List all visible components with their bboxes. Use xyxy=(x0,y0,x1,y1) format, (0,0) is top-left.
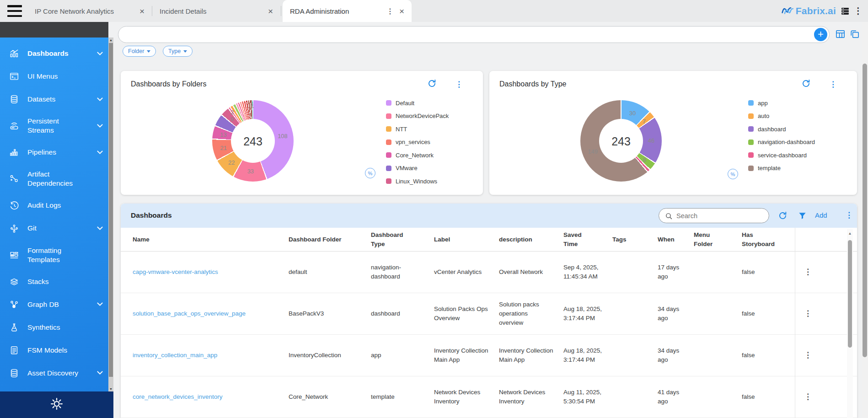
column-header[interactable]: Tags xyxy=(612,233,658,246)
sidebar-item-pipelines[interactable]: Pipelines xyxy=(0,141,108,164)
chevron-down-icon xyxy=(97,148,103,154)
column-header[interactable]: Name xyxy=(133,233,289,246)
slice-value-label: 33 xyxy=(247,167,254,174)
sidebar-item-synthetics[interactable]: Synthetics xyxy=(0,316,108,339)
scroll-up-icon[interactable]: ▲ xyxy=(847,229,853,236)
refresh-icon[interactable] xyxy=(427,79,437,90)
legend-item[interactable]: Core_Network xyxy=(386,152,449,158)
dependency-nodes-icon xyxy=(9,174,19,184)
sidebar-item-label: Graph DB xyxy=(27,300,59,309)
table-scrollbar[interactable]: ▲ xyxy=(847,229,853,418)
tab-rda-administration[interactable]: RDA Administration ⋮ × xyxy=(283,0,412,22)
dashboard-name-link[interactable]: core_network_devices_inventory xyxy=(133,392,289,402)
row-actions-kebab-icon[interactable]: ⋮ xyxy=(795,349,821,361)
refresh-icon[interactable] xyxy=(801,79,811,90)
dashboard-name-link[interactable]: solution_base_pack_ops_overview_page xyxy=(133,309,289,318)
column-header[interactable]: Dashboard Folder xyxy=(289,233,371,246)
topbar-menu-icon[interactable]: ⋮ xyxy=(854,5,863,16)
sidebar-item-git[interactable]: Git xyxy=(0,217,108,240)
sidebar-item-label: FSM Models xyxy=(27,346,67,355)
tab-label: IP Core Network Analytics xyxy=(35,7,134,15)
dashboard-name-link[interactable]: inventory_collection_main_app xyxy=(133,351,289,360)
scroll-up-icon[interactable]: ▲ xyxy=(108,38,113,42)
sidebar-scrollbar[interactable]: ▲ ▼ xyxy=(108,38,113,391)
row-actions-kebab-icon[interactable]: ⋮ xyxy=(795,391,821,403)
column-header[interactable]: When xyxy=(658,233,694,246)
legend-item[interactable]: VMware xyxy=(386,166,449,171)
sidebar-item-label: Audit Logs xyxy=(27,201,61,210)
flask-icon xyxy=(9,322,19,332)
legend-item[interactable]: Default xyxy=(386,100,449,106)
column-divider xyxy=(795,228,795,418)
sidebar-item-formatting-templates[interactable]: Formatting Templates xyxy=(0,240,108,270)
sidebar-item-asset-discovery[interactable]: Asset Discovery xyxy=(0,362,108,385)
close-tab-icon[interactable]: × xyxy=(399,7,404,16)
table-cell: Aug 18, 2025, 3:17:44 PM xyxy=(563,346,612,365)
legend-item[interactable]: vpn_services xyxy=(386,139,449,145)
types-donut-chart: 243 307468149 xyxy=(580,100,662,182)
folder-filter-chip[interactable]: Folder xyxy=(123,46,156,57)
legend-item[interactable]: template xyxy=(748,166,815,171)
legend-item[interactable]: app xyxy=(748,100,815,106)
column-header[interactable]: Has Storyboard xyxy=(742,229,795,250)
table-cell: vCenter Analytics xyxy=(434,268,499,277)
card-menu-icon[interactable]: ⋮ xyxy=(829,80,837,89)
sidebar-item-datasets[interactable]: Datasets xyxy=(0,88,108,111)
sidebar-item-fsm-models[interactable]: FSM Models xyxy=(0,339,108,362)
legend-item[interactable]: auto xyxy=(748,113,815,119)
sidebar-item-persistent-streams[interactable]: Persistent Streams xyxy=(0,111,108,141)
bar-chart-icon xyxy=(9,48,19,59)
row-actions-kebab-icon[interactable]: ⋮ xyxy=(795,308,821,320)
table-scrollbar-thumb[interactable] xyxy=(848,240,852,348)
tab-menu-icon[interactable]: ⋮ xyxy=(386,7,394,16)
legend-label: auto xyxy=(758,113,769,119)
row-actions-kebab-icon[interactable]: ⋮ xyxy=(795,266,821,278)
dashboard-name-link[interactable]: capg-vmware-vcenter-analytics xyxy=(133,268,289,277)
sidebar-settings-button[interactable] xyxy=(0,391,113,418)
table-view-icon[interactable] xyxy=(835,29,846,41)
sidebar-item-ui-menus[interactable]: UI Menus xyxy=(0,65,108,88)
scroll-down-icon[interactable]: ▼ xyxy=(108,387,113,391)
filter-funnel-icon[interactable] xyxy=(798,211,807,222)
column-header[interactable]: Dashboard Type xyxy=(371,229,434,250)
column-header[interactable]: Label xyxy=(434,233,499,246)
legend-item[interactable]: Linux_Windows xyxy=(386,178,449,184)
tab-ip-core-network-analytics[interactable]: IP Core Network Analytics × xyxy=(27,0,152,22)
column-header[interactable]: description xyxy=(499,233,563,246)
card-menu-icon[interactable]: ⋮ xyxy=(455,80,463,89)
sidebar-item-artifact-dependencies[interactable]: Artifact Dependencies xyxy=(0,164,108,194)
column-header[interactable]: Saved Time xyxy=(563,229,612,250)
slice-value-label: 2 xyxy=(231,109,234,116)
percent-toggle-button[interactable]: % xyxy=(728,169,738,179)
hamburger-menu-icon[interactable] xyxy=(7,5,22,17)
sidebar-item-audit-logs[interactable]: Audit Logs xyxy=(0,194,108,217)
close-tab-icon[interactable]: × xyxy=(139,7,145,16)
table-menu-icon[interactable]: ⋮ xyxy=(845,210,853,220)
column-header[interactable]: Menu Folder xyxy=(694,229,742,250)
legend-item[interactable]: dashboard xyxy=(748,126,815,132)
close-tab-icon[interactable]: × xyxy=(268,7,273,16)
sidebar-item-label: Synthetics xyxy=(27,323,60,332)
legend-label: service-dashboard xyxy=(758,152,807,159)
add-button[interactable]: Add xyxy=(815,211,827,219)
main-search-input[interactable] xyxy=(127,27,804,42)
page-scrollbar[interactable] xyxy=(862,22,868,418)
add-plus-button[interactable]: + xyxy=(814,28,827,41)
sidebar-item-stacks[interactable]: Stacks xyxy=(0,270,108,293)
sidebar-item-graph-db[interactable]: Graph DB xyxy=(0,293,108,316)
page-scrollbar-thumb[interactable] xyxy=(863,64,867,357)
legend-item[interactable]: NetworkDevicePack xyxy=(386,113,449,119)
table-search-input[interactable] xyxy=(676,209,763,222)
table-refresh-icon[interactable] xyxy=(778,211,788,222)
legend-item[interactable]: NTT xyxy=(386,126,449,132)
type-filter-chip[interactable]: Type xyxy=(163,46,193,57)
tab-incident-details[interactable]: Incident Details × xyxy=(152,0,280,22)
legend-item[interactable]: navigation-dashboard xyxy=(748,139,815,145)
sidebar-item-label: Persistent Streams xyxy=(27,117,81,135)
legend-item[interactable]: service-dashboard xyxy=(748,152,815,158)
server-icon[interactable] xyxy=(841,6,850,17)
sidebar-scrollbar-thumb[interactable] xyxy=(109,43,113,377)
windows-copy-icon[interactable] xyxy=(849,29,860,41)
percent-toggle-button[interactable]: % xyxy=(365,168,375,178)
sidebar-item-dashboards[interactable]: Dashboards xyxy=(0,42,108,65)
